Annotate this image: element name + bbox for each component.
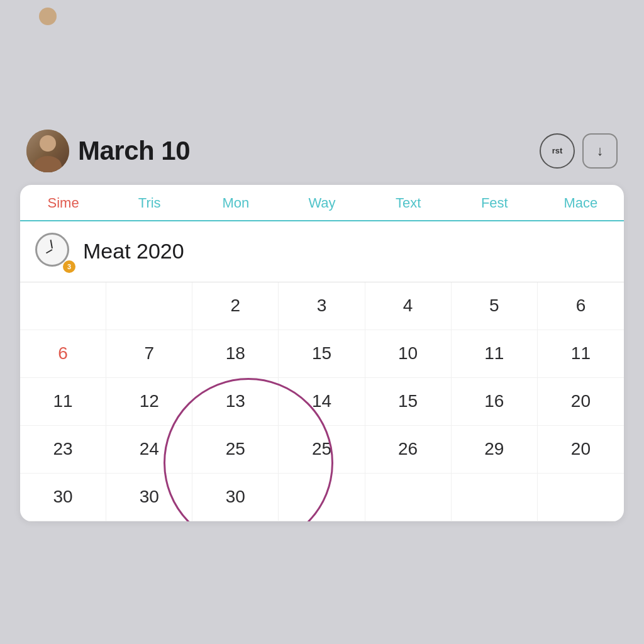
table-row[interactable]: 6	[538, 282, 624, 330]
table-row[interactable]: 20	[538, 426, 624, 474]
day-header-way: Way	[279, 185, 365, 220]
svg-point-1	[34, 156, 62, 172]
table-row	[20, 282, 106, 330]
table-row	[365, 474, 452, 521]
table-row[interactable]: 4	[365, 282, 452, 330]
svg-point-0	[40, 135, 56, 152]
table-row[interactable]: 18	[192, 330, 279, 378]
page-title: March 10	[78, 136, 190, 166]
table-row[interactable]: 29	[452, 426, 538, 474]
table-row[interactable]: 25	[192, 426, 279, 474]
table-row[interactable]: 7	[106, 330, 192, 378]
calendar-grid: 2 3 4 5 6 6 7 18 15 10 11 11 11 12 13 14…	[20, 282, 624, 521]
table-row[interactable]: 30	[192, 474, 279, 521]
app-container: March 10 rst ↓ Sime Tris Mon Way	[14, 111, 630, 534]
day-header-sunday: Sime	[20, 185, 106, 220]
table-row[interactable]: 26	[365, 426, 452, 474]
table-row[interactable]: 3	[279, 282, 365, 330]
rst-label: rst	[552, 146, 563, 155]
table-row[interactable]: 15	[365, 378, 452, 426]
download-button[interactable]: ↓	[582, 133, 618, 169]
month-title-row: 3 Meat 2020	[20, 221, 624, 282]
avatar-image	[26, 130, 69, 172]
avatar	[26, 130, 69, 172]
rst-button[interactable]: rst	[540, 133, 575, 169]
table-row[interactable]: 5	[452, 282, 538, 330]
table-row[interactable]: 6	[20, 330, 106, 378]
header-left: March 10	[26, 130, 190, 172]
download-icon: ↓	[597, 143, 604, 159]
table-row[interactable]: 10	[365, 330, 452, 378]
badge: 3	[63, 260, 75, 273]
table-row[interactable]: 23	[20, 426, 106, 474]
clock-face	[35, 233, 69, 267]
table-row[interactable]: 11	[20, 378, 106, 426]
table-row[interactable]: 16	[452, 378, 538, 426]
day-header-mace: Mace	[538, 185, 624, 220]
table-row[interactable]: 2	[192, 282, 279, 330]
table-row[interactable]: 12	[106, 378, 192, 426]
table-row	[106, 282, 192, 330]
day-header-text: Text	[365, 185, 452, 220]
header-right: rst ↓	[540, 133, 618, 169]
day-headers: Sime Tris Mon Way Text Fest Mace	[20, 185, 624, 221]
table-row[interactable]: 13	[192, 378, 279, 426]
day-header-fest: Fest	[452, 185, 538, 220]
table-row[interactable]: 30	[20, 474, 106, 521]
calendar-card: Sime Tris Mon Way Text Fest Mace	[20, 185, 624, 521]
table-row[interactable]: 14	[279, 378, 365, 426]
day-header-mon: Mon	[192, 185, 279, 220]
table-row[interactable]: 20	[538, 378, 624, 426]
day-header-tris: Tris	[106, 185, 192, 220]
table-row	[538, 474, 624, 521]
table-row[interactable]: 25	[279, 426, 365, 474]
month-label: Meat 2020	[83, 239, 184, 264]
top-header: March 10 rst ↓	[14, 123, 630, 185]
table-row[interactable]: 30	[106, 474, 192, 521]
table-row[interactable]: 11	[452, 330, 538, 378]
table-row	[279, 474, 365, 521]
table-row[interactable]: 24	[106, 426, 192, 474]
clock-icon: 3	[35, 233, 73, 270]
table-row[interactable]: 15	[279, 330, 365, 378]
table-row	[452, 474, 538, 521]
table-row[interactable]: 11	[538, 330, 624, 378]
